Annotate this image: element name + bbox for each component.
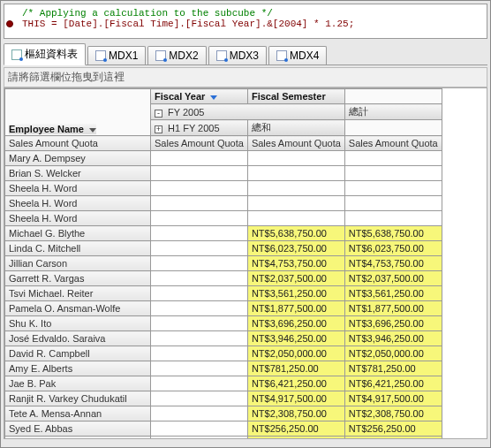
grand-col-header[interactable]: 總和	[247, 120, 344, 136]
mdx-icon	[276, 50, 287, 61]
table-row[interactable]: Sheela H. Word	[5, 196, 442, 211]
cell: NT$256,250.00	[344, 421, 442, 437]
measure-header-3[interactable]: Sales Amount Quota	[344, 136, 442, 151]
cell: NT$6,023,750.00	[344, 241, 442, 256]
row-label: Garrett R. Vargas	[5, 271, 151, 286]
row-label: Sheela H. Word	[5, 181, 151, 196]
row-label: Linda C. Mitchell	[5, 241, 151, 256]
table-row[interactable]: Jae B. PakNT$6,421,250.00NT$6,421,250.00	[5, 376, 442, 391]
tab-mdx1[interactable]: MDX1	[87, 46, 146, 65]
table-row[interactable]: Jillian CarsonNT$4,753,750.00NT$4,753,75…	[5, 256, 442, 271]
fy-node-collapsed[interactable]: - FY 2005	[151, 104, 345, 120]
tab-pivot[interactable]: 樞紐資料表	[4, 43, 86, 65]
code-editor[interactable]: /* Applying a calculation to the subcube…	[4, 4, 487, 39]
table-row[interactable]: Garrett R. VargasNT$2,037,500.00NT$2,037…	[5, 271, 442, 286]
cell	[151, 226, 248, 241]
cell	[247, 151, 344, 166]
h1fy-node[interactable]: + H1 FY 2005	[151, 120, 248, 136]
grand-total-col-header[interactable]: 總計	[344, 104, 442, 120]
cell	[344, 166, 442, 181]
table-row[interactable]: Tete A. Mensa-AnnanNT$2,308,750.00NT$2,3…	[5, 406, 442, 421]
collapse-icon[interactable]: -	[155, 110, 162, 118]
measure-header-0[interactable]: Sales Amount Quota	[5, 136, 151, 151]
tab-mdx1-label: MDX1	[109, 49, 138, 62]
table-row[interactable]: David R. CampbellNT$2,050,000.00NT$2,050…	[5, 346, 442, 361]
measure-header-2[interactable]: Sales Amount Quota	[247, 136, 344, 151]
cell: NT$4,753,750.00	[344, 256, 442, 271]
tab-mdx3[interactable]: MDX3	[208, 46, 267, 65]
cell: NT$3,696,250.00	[344, 316, 442, 331]
tab-bar: 樞紐資料表 MDX1 MDX2 MDX3 MDX4	[4, 44, 487, 65]
employee-name-header[interactable]: Employee Name	[9, 124, 96, 134]
dropdown-icon[interactable]	[89, 128, 96, 133]
code-comment: /* Applying a calculation to the subcube…	[22, 8, 481, 19]
cell	[247, 181, 344, 196]
tab-mdx4[interactable]: MDX4	[268, 46, 327, 65]
table-row[interactable]: Amy E. AlbertsNT$781,250.00NT$781,250.00	[5, 361, 442, 376]
row-label: Shu K. Ito	[5, 316, 151, 331]
cell	[151, 166, 248, 181]
expand-icon[interactable]: +	[155, 125, 162, 133]
cell	[151, 241, 248, 256]
row-label: Rachel B. Valdez	[5, 437, 151, 440]
cell	[151, 196, 248, 211]
filter-drop-area[interactable]: 請將篩選欄位拖曳到這裡	[4, 67, 487, 87]
table-row[interactable]: Ranjit R. Varkey ChudukatilNT$4,917,500.…	[5, 391, 442, 406]
code-statement: THIS = [Date].[Fiscal Time].[Fiscal Year…	[22, 19, 481, 29]
cell: NT$1,877,500.00	[247, 301, 344, 316]
pivot-grid[interactable]: Employee Name Fiscal Year Fiscal Semeste…	[4, 87, 487, 439]
cell	[151, 421, 248, 437]
table-row[interactable]: Michael G. BlytheNT$5,638,750.00NT$5,638…	[5, 226, 442, 241]
cell: NT$6,421,250.00	[344, 376, 442, 391]
cell: NT$2,050,000.00	[344, 346, 442, 361]
mdx-icon	[216, 50, 227, 61]
cell	[151, 271, 248, 286]
tab-mdx2-label: MDX2	[169, 49, 198, 62]
pivot-table: Employee Name Fiscal Year Fiscal Semeste…	[4, 88, 442, 439]
cell	[151, 406, 248, 421]
cell: NT$3,946,250.00	[247, 331, 344, 346]
row-label: Sheela H. Word	[5, 196, 151, 211]
table-row[interactable]: Brian S. Welcker	[5, 166, 442, 181]
table-row[interactable]: Mary A. Dempsey	[5, 151, 442, 166]
row-label: Tsvi Michael. Reiter	[5, 286, 151, 301]
table-row[interactable]: José Edvaldo. SaraivaNT$3,946,250.00NT$3…	[5, 331, 442, 346]
table-row[interactable]: Pamela O. Ansman-WolfeNT$1,877,500.00NT$…	[5, 301, 442, 316]
fiscal-semester-header[interactable]: Fiscal Semester	[247, 89, 344, 104]
cell	[344, 196, 442, 211]
row-label: José Edvaldo. Saraiva	[5, 331, 151, 346]
measure-header-1[interactable]: Sales Amount Quota	[151, 136, 248, 151]
row-label: Jae B. Pak	[5, 376, 151, 391]
tab-mdx2[interactable]: MDX2	[147, 46, 206, 65]
cell: NT$4,917,500.00	[247, 391, 344, 406]
cell: NT$2,050,000.00	[247, 346, 344, 361]
cell	[247, 166, 344, 181]
fiscal-year-header[interactable]: Fiscal Year	[151, 89, 248, 104]
table-row[interactable]: Linda C. MitchellNT$6,023,750.00NT$6,023…	[5, 241, 442, 256]
cell: NT$3,696,250.00	[247, 316, 344, 331]
row-label: Michael G. Blythe	[5, 226, 151, 241]
dropdown-icon[interactable]	[210, 95, 217, 100]
row-label: Mary A. Dempsey	[5, 151, 151, 166]
cell	[151, 376, 248, 391]
table-row[interactable]: Tsvi Michael. ReiterNT$3,561,250.00NT$3,…	[5, 286, 442, 301]
cell: NT$5,638,750.00	[344, 226, 442, 241]
table-row[interactable]: Sheela H. Word	[5, 211, 442, 226]
table-row[interactable]: Shu K. ItoNT$3,696,250.00NT$3,696,250.00	[5, 316, 442, 331]
cell	[151, 346, 248, 361]
tab-mdx4-label: MDX4	[290, 49, 319, 62]
table-row[interactable]: Rachel B. ValdezNT$2,858,750.00NT$2,858,…	[5, 437, 442, 440]
table-row[interactable]: Syed E. AbbasNT$256,250.00NT$256,250.00	[5, 421, 442, 437]
cell: NT$2,308,750.00	[344, 406, 442, 421]
cell	[151, 437, 248, 440]
cell: NT$3,946,250.00	[344, 331, 442, 346]
row-label: Brian S. Welcker	[5, 166, 151, 181]
cell: NT$6,023,750.00	[247, 241, 344, 256]
mdx-icon	[155, 50, 166, 61]
cell	[151, 211, 248, 226]
row-label: Sheela H. Word	[5, 211, 151, 226]
cell: NT$4,753,750.00	[247, 256, 344, 271]
breakpoint-marker[interactable]	[6, 20, 13, 27]
tab-mdx3-label: MDX3	[230, 49, 259, 62]
table-row[interactable]: Sheela H. Word	[5, 181, 442, 196]
